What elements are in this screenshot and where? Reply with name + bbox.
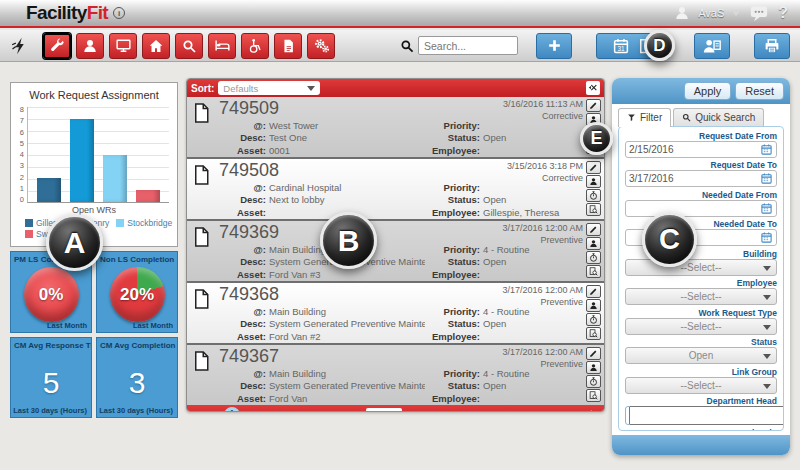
gauge-chart: 20% [110, 267, 165, 322]
work-request-type-dropdown[interactable]: --Select-- [625, 318, 777, 335]
request-type: Corrective [542, 111, 583, 121]
accessibility-button[interactable] [241, 33, 269, 59]
user-menu[interactable]: AvaS [698, 7, 724, 19]
page-4[interactable]: 4 [277, 410, 291, 412]
timer-button[interactable] [586, 313, 601, 326]
refresh-icon[interactable] [586, 410, 597, 412]
document-icon [187, 97, 213, 157]
person-document-icon [702, 37, 722, 55]
timer-button[interactable] [586, 251, 601, 264]
sort-label: Sort: [191, 83, 214, 94]
items-count: 1 - 5 of 125 items [498, 410, 575, 412]
request-datetime: 3/15/2016 3:18 PM [507, 161, 583, 171]
calendar-icon[interactable] [760, 172, 773, 185]
tab-quick-search[interactable]: Quick Search [673, 108, 764, 127]
documents-button[interactable] [274, 33, 302, 59]
request-date-from-input[interactable] [629, 144, 760, 155]
next-page-button[interactable] [328, 409, 340, 412]
rooms-button[interactable] [208, 33, 236, 59]
tile-cm-avg-response-time[interactable]: CM Avg Response Time 5 Last 30 days (Hou… [10, 337, 92, 419]
calendar-icon[interactable] [760, 143, 773, 156]
per-page-label: / Page [409, 410, 438, 412]
work-request-row[interactable]: 749509 3/16/2016 11:13 AMCorrective @:We… [187, 97, 604, 157]
wheelchair-icon [247, 38, 263, 54]
y-axis: 87 65 43 21 0 [15, 107, 27, 203]
svg-text:31: 31 [617, 44, 625, 51]
document-icon [281, 38, 296, 54]
chat-icon[interactable] [748, 4, 770, 22]
edit-button[interactable] [586, 347, 601, 360]
apply-button[interactable]: Apply [684, 82, 732, 100]
last-page-button[interactable] [343, 409, 355, 412]
info-icon[interactable]: i [113, 7, 125, 19]
work-request-row[interactable]: 749368 3/17/2016 12:00 AMPreventive @:Ma… [187, 281, 604, 343]
document-icon [187, 159, 213, 219]
chevron-down-icon [763, 295, 771, 300]
request-datetime: 3/17/2016 12:00 AM [502, 285, 583, 295]
employee-report-button[interactable] [694, 33, 730, 59]
tile-cm-avg-completion-time[interactable]: CM Avg Completion Time 3 Last 30 days (H… [96, 337, 178, 419]
tab-filter[interactable]: Filter [618, 108, 671, 127]
view-details-button[interactable] [586, 327, 601, 340]
list-sort-header: Sort: Defaults [187, 79, 604, 97]
home-button[interactable] [142, 33, 170, 59]
edit-button[interactable] [586, 223, 601, 236]
app-logo: FacilityFit [26, 2, 108, 24]
request-datetime: 3/17/2016 12:00 AM [502, 347, 583, 357]
view-details-button[interactable] [586, 389, 601, 402]
search-input[interactable] [418, 36, 518, 55]
page-ellipsis: ... [311, 410, 325, 412]
work-requests-button[interactable] [43, 33, 71, 59]
work-request-row[interactable]: 749508 3/15/2016 3:18 PMCorrective @:Car… [187, 157, 604, 219]
reset-button[interactable]: Reset [735, 82, 784, 100]
calendar-icon[interactable] [760, 202, 773, 215]
page-3[interactable]: 3 [260, 410, 274, 412]
needed-date-from-input[interactable] [629, 203, 760, 214]
edit-button[interactable] [586, 99, 601, 112]
page-1[interactable]: 1 [224, 407, 240, 412]
tile-non-ls-completion[interactable]: Non LS Completion 20% Last Month [96, 251, 178, 333]
request-type: Corrective [542, 173, 583, 183]
printer-icon [763, 37, 781, 55]
legend-label: Stockbridge [127, 218, 172, 228]
assign-employee-button[interactable] [586, 361, 601, 374]
chevron-down-icon [763, 325, 771, 330]
page-2[interactable]: 2 [243, 410, 257, 412]
first-page-button[interactable] [194, 409, 206, 412]
department-head-input[interactable] [629, 406, 784, 425]
settings-button[interactable] [307, 33, 335, 59]
calendar-icon[interactable] [760, 231, 773, 244]
assign-employee-button[interactable] [586, 175, 601, 188]
edit-button[interactable] [586, 161, 601, 174]
prev-page-button[interactable] [209, 409, 221, 412]
view-details-button[interactable] [586, 203, 601, 216]
page-5[interactable]: 5 [294, 410, 308, 412]
request-date-to-input[interactable] [629, 173, 760, 184]
assign-employee-button[interactable] [586, 237, 601, 250]
work-request-row[interactable]: 749367 3/17/2016 12:00 AMPreventive @:Ma… [187, 343, 604, 405]
collapse-button[interactable] [586, 81, 600, 95]
search-module-button[interactable] [175, 33, 203, 59]
building-dropdown[interactable]: --Select-- [625, 259, 777, 276]
view-details-button[interactable] [586, 265, 601, 278]
status-dropdown[interactable]: Open [625, 347, 777, 364]
top-bar: FacilityFit i AvaS ? [0, 0, 800, 28]
employee-dropdown[interactable]: --Select-- [625, 288, 777, 305]
people-button[interactable] [76, 33, 104, 59]
assign-employee-button[interactable] [586, 299, 601, 312]
sort-dropdown[interactable]: Defaults [218, 81, 320, 95]
page-size-dropdown[interactable]: 5 [366, 408, 402, 412]
print-button[interactable] [754, 33, 790, 59]
help-button[interactable]: ? [778, 4, 788, 22]
person-icon [82, 38, 98, 54]
flash-icon[interactable] [10, 36, 30, 56]
chevron-down-icon[interactable] [732, 11, 740, 16]
edit-button[interactable] [586, 285, 601, 298]
monitor-button[interactable] [109, 33, 137, 59]
work-request-row[interactable]: 749369 3/17/2016 12:00 AMPreventive @:Ma… [187, 219, 604, 281]
timer-button[interactable] [586, 375, 601, 388]
timer-button[interactable] [586, 189, 601, 202]
link-group-dropdown[interactable]: --Select-- [625, 377, 777, 394]
work-request-list: Sort: Defaults 749509 3/16/2016 11:13 AM… [186, 78, 605, 412]
add-button[interactable] [536, 33, 572, 59]
